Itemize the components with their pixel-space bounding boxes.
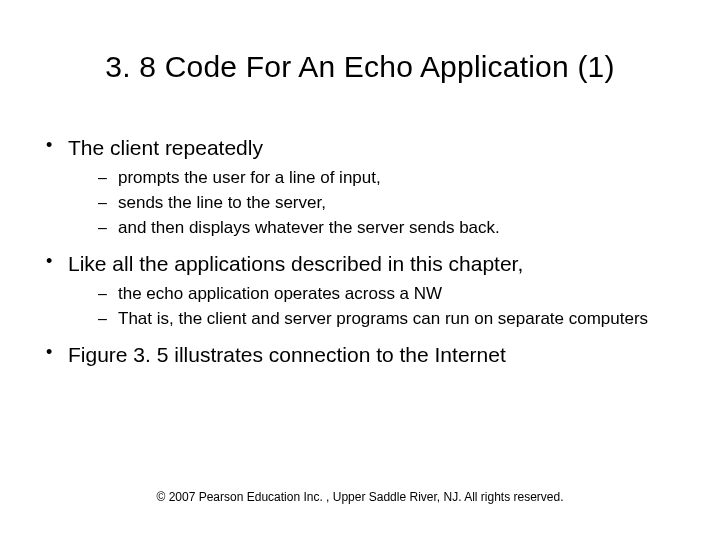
bullet-text: Figure 3. 5 illustrates connection to th… [68, 343, 506, 366]
slide: 3. 8 Code For An Echo Application (1) Th… [0, 0, 720, 540]
sub-item: prompts the user for a line of input, [96, 167, 676, 190]
sub-item: That is, the client and server programs … [96, 308, 676, 331]
list-item: Figure 3. 5 illustrates connection to th… [44, 341, 676, 368]
sub-item: and then displays whatever the server se… [96, 217, 676, 240]
slide-title: 3. 8 Code For An Echo Application (1) [0, 50, 720, 84]
list-item: The client repeatedly prompts the user f… [44, 134, 676, 240]
sub-text: and then displays whatever the server se… [118, 218, 500, 237]
bullet-text: The client repeatedly [68, 136, 263, 159]
copyright-footer: © 2007 Pearson Education Inc. , Upper Sa… [0, 490, 720, 504]
sub-list: prompts the user for a line of input, se… [68, 167, 676, 240]
sub-text: sends the line to the server, [118, 193, 326, 212]
sub-item: the echo application operates across a N… [96, 283, 676, 306]
sub-item: sends the line to the server, [96, 192, 676, 215]
sub-text: the echo application operates across a N… [118, 284, 442, 303]
slide-body: The client repeatedly prompts the user f… [44, 130, 676, 369]
sub-list: the echo application operates across a N… [68, 283, 676, 331]
sub-text: prompts the user for a line of input, [118, 168, 381, 187]
list-item: Like all the applications described in t… [44, 250, 676, 331]
bullet-text: Like all the applications described in t… [68, 252, 523, 275]
sub-text: That is, the client and server programs … [118, 309, 648, 328]
bullet-list: The client repeatedly prompts the user f… [44, 134, 676, 369]
